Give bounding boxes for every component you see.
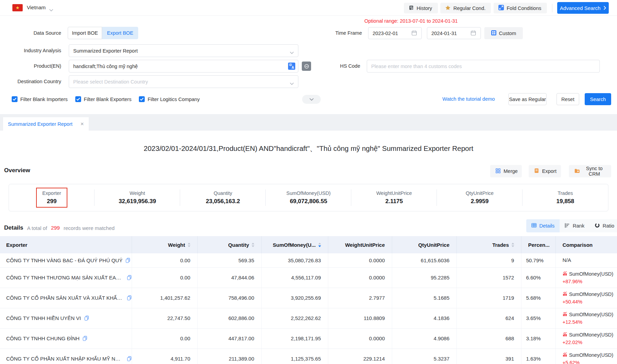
weight-unit-price-cell: 110.8809 [328,308,392,328]
custom-range-button[interactable]: Custom [484,27,523,39]
data-source-export-boe[interactable]: Export BOE [102,27,138,39]
column-header[interactable]: Quantity [197,236,261,253]
copy-icon[interactable] [127,356,132,361]
calendar-icon[interactable] [471,30,476,37]
checkbox-check-icon[interactable] [75,96,81,102]
search-button[interactable]: Search [585,93,611,105]
filter-checkbox[interactable]: Filter Blank Importers [12,96,68,102]
chevron-right-icon [604,5,606,11]
product-en-input[interactable] [69,60,298,73]
regular-cond-button[interactable]: Regular Cond. [440,3,491,13]
hs-code-input[interactable] [367,60,600,73]
copy-icon[interactable] [127,275,132,280]
country-selector-label[interactable]: Vietnam [27,4,46,10]
trades-cell: 391 [456,349,521,364]
overview-stat: SumOfMoney(USD) 69,072,806.55 [266,184,351,211]
export-icon [534,168,539,174]
ratio-icon [595,223,600,229]
calendar-icon[interactable] [411,30,417,37]
copy-icon[interactable] [82,336,87,341]
hs-code-label: HS Code [302,60,360,73]
filter-checkbox[interactable]: Filter Logitics Company [139,96,200,102]
exporter-name: CÔNG TY TNHH CHUNG ĐỈNH [6,335,79,341]
percent-cell: 1.63% [521,349,555,364]
table-row[interactable]: CÔNG TY TNHH VÀNG BẠC - ĐÁ QUÝ PHÚ QUÝ0.… [0,253,617,267]
exporter-name: CÔNG TY CỔ PHẦN XUẤT NHẬP KHẨU MỸ NGH... [6,356,124,362]
weight-cell: 0.00 [132,267,197,288]
weight-cell: 0.00 [132,328,197,349]
tab-summarized-exporter-report[interactable]: Summarized Exporter Report × [3,117,89,131]
view-details-button[interactable]: Details [526,219,560,232]
total-prefix: A total of [27,225,47,231]
sum-of-money-cell: 35,080,726.83 [261,253,328,267]
collapse-filters-button[interactable] [302,95,321,104]
column-header[interactable]: Trades [456,236,521,253]
table-row[interactable]: CÔNG TY CỔ PHẦN XUẤT NHẬP KHẨU MỸ NGH...… [0,349,617,364]
percent-cell: 6.60% [521,267,555,288]
rank-icon [565,223,570,229]
sum-of-money-cell: 2,198,171.95 [261,328,328,349]
copy-icon[interactable] [125,258,130,263]
advanced-search-button[interactable]: Advanced Search [557,2,609,14]
destination-country-select[interactable] [69,75,298,88]
sync-to-crm-button[interactable]: Sync to CRM [569,165,611,177]
column-header: Comparison [555,236,617,253]
tutorial-link[interactable]: Watch the tutorial demo [442,93,495,105]
sort-icon[interactable] [318,243,321,247]
checkbox-check-icon[interactable] [12,96,18,102]
total-suffix: records were matched [64,225,114,231]
reset-button[interactable]: Reset [557,93,579,105]
details-heading: Details [4,224,23,231]
table-row[interactable]: CÔNG TY TNHH CHUNG ĐỈNH0.00447,817.002,1… [0,328,617,349]
trend-chart-icon [563,331,567,339]
column-header[interactable]: Weight [132,236,197,253]
merge-icon [496,168,500,174]
column-header[interactable]: SumOfMoney(U... [261,236,328,253]
copy-icon[interactable] [127,295,132,300]
sort-icon[interactable] [511,243,514,247]
column-header: Exporter [0,236,132,253]
stat-value: 2.9959 [471,198,488,205]
export-button[interactable]: Export [529,165,561,177]
copy-icon[interactable] [84,316,89,321]
save-as-regular-button[interactable]: Save as Regular [508,93,547,105]
table-row[interactable]: CÔNG TY CỔ PHẦN SẢN XUẤT VÀ XUẤT KHẨU ..… [0,288,617,308]
trades-cell: 1572 [456,267,521,288]
weight-cell: 1,401,257.62 [132,288,197,308]
table-header-row: ExporterWeightQuantitySumOfMoney(U...Wei… [0,236,617,253]
optional-range-hint: Optional range: 2013-07-01 to 2024-01-31 [364,18,458,24]
industry-analysis-select[interactable] [69,44,298,57]
table-row[interactable]: CÔNG TY TNHH HIỀN UYÊN VI22,747.50602,88… [0,308,617,328]
view-rank-button[interactable]: Rank [560,219,590,232]
filter-checkbox[interactable]: Filter Blank Exporters [75,96,132,102]
table-row[interactable]: CÔNG TY TNHH THƯƠNG MẠI SẢN XUẤT EAG...0… [0,267,617,288]
comparison-cell: SumOfMoney(USD)+5.62% [555,349,617,364]
close-icon[interactable]: × [80,121,84,127]
sort-icon[interactable] [188,243,190,247]
quantity-cell: 758,496.00 [197,288,261,308]
checkbox-check-icon[interactable] [139,96,145,102]
history-button[interactable]: History [404,3,438,13]
custom-icon [491,30,496,36]
data-source-import-boe[interactable]: Import BOE [68,27,102,39]
stat-value: 19,858 [557,198,574,205]
qty-unit-price-cell: 4.1836 [392,308,456,328]
chevron-down-icon[interactable] [49,7,53,12]
star-icon [445,5,451,11]
overview-stat: QtyUnitPrice 2.9959 [437,184,522,211]
fold-conditions-button[interactable]: Fold Conditions [494,3,547,13]
merge-button[interactable]: Merge [490,165,522,177]
stat-label: Quantity [213,190,232,196]
custom-range-label: Custom [499,31,516,36]
vietnam-flag-icon: ★ [12,4,23,11]
qty-unit-price-cell: 61,615.6036 [392,253,456,267]
view-rank-label: Rank [573,223,584,229]
sort-icon[interactable] [252,243,254,247]
translate-icon[interactable]: A [288,63,295,71]
trend-chart-icon [563,270,567,278]
view-ratio-button[interactable]: Ratio [590,219,617,232]
exporter-name: CÔNG TY CỔ PHẦN SẢN XUẤT VÀ XUẤT KHẨU ..… [6,295,124,301]
advanced-search-label: Advanced Search [560,5,601,11]
overview-stat: WeightUnitPrice 2.1175 [351,184,437,211]
weight-cell: 4,911.70 [132,349,197,364]
